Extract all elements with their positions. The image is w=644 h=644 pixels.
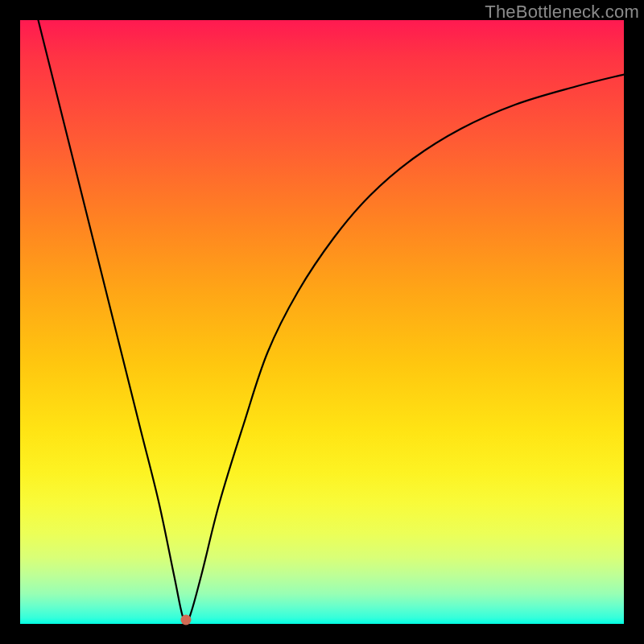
plot-area	[20, 20, 624, 624]
chart-frame: TheBottleneck.com	[0, 0, 644, 644]
bottleneck-curve	[20, 20, 624, 624]
optimum-marker	[181, 614, 192, 625]
watermark-text: TheBottleneck.com	[485, 2, 639, 23]
